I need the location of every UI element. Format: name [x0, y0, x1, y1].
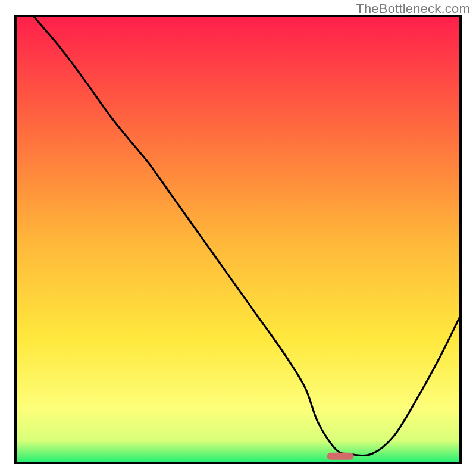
chart-svg — [0, 0, 476, 476]
plot-background — [15, 16, 461, 463]
bottom-lobe-marker — [327, 453, 354, 460]
watermark-text: TheBottleneck.com — [356, 1, 470, 17]
chart-frame: { "watermark": "TheBottleneck.com", "cha… — [0, 0, 476, 476]
